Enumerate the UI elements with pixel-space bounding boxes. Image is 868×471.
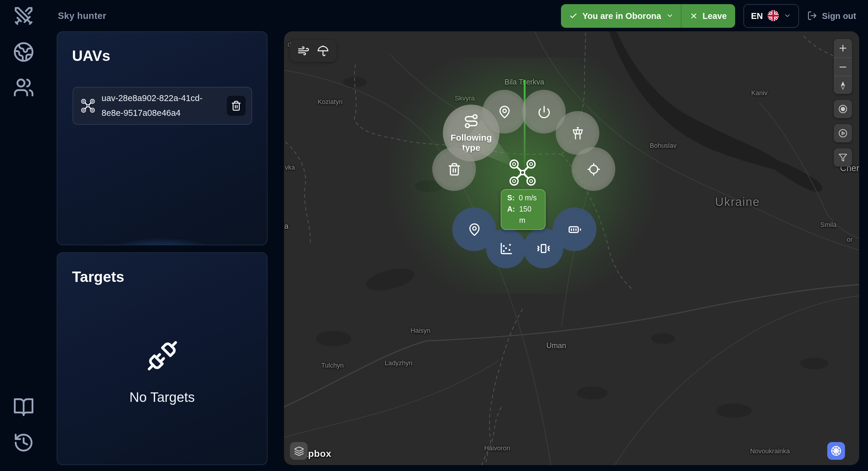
map-pin-icon	[497, 105, 511, 118]
trash-icon	[447, 162, 461, 176]
targets-empty-state: No Targets	[57, 253, 267, 465]
play-circle-icon	[838, 128, 848, 138]
power-icon	[537, 105, 551, 118]
minus-icon	[838, 62, 848, 72]
map-style-button[interactable]	[290, 442, 308, 460]
vibrate-icon	[536, 241, 550, 255]
left-panels: UAVs uav-28e8a902-822a-41cd-8e8e-9517a08…	[57, 31, 268, 471]
control-tower-icon	[571, 126, 584, 140]
record-circle-icon	[838, 104, 848, 114]
river-shape	[608, 31, 822, 192]
uav-list-item[interactable]: uav-28e8a902-822a-41cd-8e8e-9517a08e46a4	[73, 87, 252, 125]
wind-layer-button[interactable]	[298, 45, 309, 57]
drone-marker-icon[interactable]	[509, 159, 536, 186]
remove-drone-button[interactable]	[432, 147, 476, 191]
telemetry-badge: S:0 m/s A:150 m	[501, 189, 546, 230]
battery-button[interactable]	[553, 207, 596, 251]
route-icon	[464, 114, 479, 129]
geolocate-button[interactable]	[834, 100, 852, 118]
earth-icon	[13, 41, 34, 63]
precipitation-layer-button[interactable]	[317, 45, 329, 57]
map-controls	[834, 39, 852, 167]
top-bar: Sky hunter You are in Oborona Leave EN	[0, 0, 868, 31]
weather-toolbar	[290, 39, 337, 62]
uavs-panel: UAVs uav-28e8a902-822a-41cd-8e8e-9517a08…	[57, 31, 268, 245]
app-root: Sky hunter You are in Oborona Leave EN	[0, 0, 868, 471]
uavs-panel-title: UAVs	[72, 47, 267, 64]
sidebar-item-map[interactable]	[13, 41, 34, 63]
wind-icon	[298, 45, 309, 57]
sign-out-button[interactable]: Sign out	[807, 11, 856, 21]
leave-label: Leave	[702, 11, 726, 20]
unplug-icon	[146, 340, 178, 372]
uk-flag-icon	[768, 10, 779, 21]
room-status-label: You are in Oborona	[583, 11, 661, 20]
room-button-group: You are in Oborona Leave	[561, 4, 735, 28]
sidebar-item-history[interactable]	[13, 432, 34, 453]
language-code: EN	[751, 11, 763, 20]
check-icon	[569, 11, 578, 20]
x-icon	[689, 11, 698, 20]
map-pin-icon	[467, 223, 481, 236]
sidebar-rail	[0, 31, 57, 471]
map-canvas[interactable]: dBila TserkvaSkvyraKoziatynKanivBohuslav…	[284, 31, 859, 465]
drone-icon	[81, 99, 95, 113]
language-selector[interactable]: EN	[743, 4, 799, 28]
app-title: Sky hunter	[58, 10, 106, 21]
trash-icon	[231, 100, 242, 111]
zoom-in-button[interactable]	[834, 39, 852, 57]
scatter-chart-icon	[499, 241, 513, 255]
filter-funnel-icon	[838, 152, 848, 163]
crosshair-icon	[587, 162, 600, 176]
filter-button[interactable]	[834, 148, 852, 167]
log-out-icon	[807, 11, 817, 21]
room-status-button[interactable]: You are in Oborona	[561, 4, 681, 28]
layers-icon	[294, 446, 304, 456]
crossed-swords-logo-icon	[13, 5, 34, 26]
globe-view-button[interactable]	[827, 442, 845, 460]
globe-wireframe-icon	[830, 445, 842, 457]
plus-icon	[838, 43, 848, 53]
book-open-icon	[13, 396, 34, 418]
speed-value: 0 m/s	[519, 193, 537, 204]
zoom-control-group	[834, 39, 852, 94]
compass-needle-icon	[838, 80, 848, 90]
altitude-value: 150 m	[519, 204, 539, 226]
chevron-down-icon	[783, 12, 791, 20]
delete-uav-button[interactable]	[227, 96, 246, 116]
rail-spacer	[13, 98, 57, 396]
altitude-label: A:	[507, 204, 515, 226]
users-icon	[13, 77, 34, 98]
zoom-out-button[interactable]	[834, 57, 852, 76]
chevron-down-icon	[666, 12, 674, 20]
top-bar-actions: You are in Oborona Leave EN Sign out	[561, 4, 857, 28]
uav-id-label: uav-28e8a902-822a-41cd-8e8e-9517a08e46a4	[101, 91, 220, 121]
sign-out-label: Sign out	[822, 11, 856, 20]
locate-button[interactable]	[571, 147, 615, 191]
compass-button[interactable]	[834, 76, 852, 94]
no-targets-label: No Targets	[129, 389, 195, 405]
sidebar-item-users[interactable]	[13, 77, 34, 98]
speed-label: S:	[507, 193, 515, 204]
history-icon	[13, 432, 34, 453]
playback-button[interactable]	[834, 124, 852, 142]
telemetry-chart-button[interactable]	[486, 228, 526, 268]
sidebar-item-docs[interactable]	[13, 396, 34, 418]
battery-icon	[568, 223, 581, 236]
umbrella-icon	[317, 45, 329, 57]
leave-room-button[interactable]: Leave	[681, 4, 735, 28]
waypoint-button[interactable]	[483, 90, 526, 134]
targets-panel: Targets No Targets	[57, 252, 268, 465]
